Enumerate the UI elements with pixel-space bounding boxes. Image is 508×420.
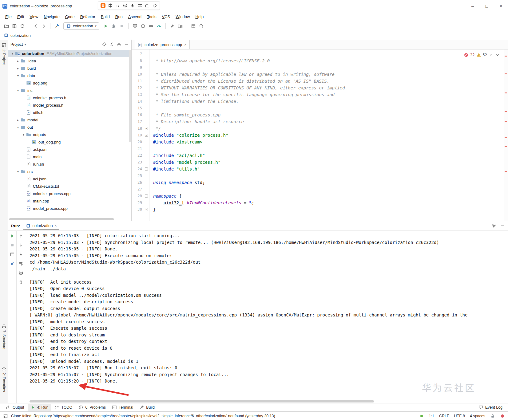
chevron-down-icon[interactable] xyxy=(495,53,500,57)
hammer-icon[interactable] xyxy=(53,22,61,30)
error-stripe-mark[interactable] xyxy=(505,121,507,122)
fold-marker-icon[interactable]: − xyxy=(144,125,149,132)
wrench-icon[interactable] xyxy=(168,22,176,30)
menu-vcs[interactable]: VCS xyxy=(159,13,173,20)
expand-closed-icon[interactable]: ▸ xyxy=(15,67,21,70)
toolwindow-button-6-problems[interactable]: 6: Problems xyxy=(76,404,109,411)
collapse-all-icon[interactable] xyxy=(109,42,114,47)
ime-skin-icon[interactable] xyxy=(152,3,157,8)
stripe-favorites-button[interactable]: 2: Favorites xyxy=(0,366,8,392)
error-stripe-mark[interactable] xyxy=(505,56,507,57)
link-icon[interactable] xyxy=(147,22,155,30)
restore-layout-icon[interactable] xyxy=(10,252,15,257)
expand-open-icon[interactable]: ▾ xyxy=(15,126,21,129)
toolwindow-button-terminal[interactable]: Terminal xyxy=(109,404,136,411)
stripe-project-button[interactable]: 1: Project xyxy=(0,43,8,65)
tab-close-icon[interactable]: × xyxy=(184,43,186,47)
stop-icon[interactable] xyxy=(10,242,15,248)
toolwindow-button-4-run[interactable]: 4: Run xyxy=(28,404,51,411)
editor-tab-colorize-process[interactable]: C+ colorize_process.cpp × xyxy=(134,40,190,49)
menu-help[interactable]: Help xyxy=(192,13,206,20)
status-widget-crlf[interactable]: CRLF xyxy=(439,414,449,418)
tree-vertical-scrollbar[interactable] xyxy=(129,50,131,142)
expand-open-icon[interactable]: ▾ xyxy=(15,170,21,173)
event-log-button[interactable]: Event Log xyxy=(477,404,504,411)
sogou-s-icon[interactable]: S xyxy=(101,3,105,8)
error-stripe-mark[interactable] xyxy=(505,146,507,147)
close-button[interactable]: × xyxy=(494,0,508,12)
expand-open-icon[interactable]: ▾ xyxy=(21,133,26,136)
status-widget-utf-8[interactable]: UTF-8 xyxy=(454,414,465,418)
tree-item-inc[interactable]: ▾inc xyxy=(8,87,131,94)
menu-view[interactable]: View xyxy=(27,13,41,20)
deploy-icon[interactable] xyxy=(131,22,139,30)
gear-icon[interactable] xyxy=(117,42,121,47)
error-stripe-mark[interactable] xyxy=(505,92,507,93)
lock-icon[interactable] xyxy=(490,414,495,418)
back-icon[interactable] xyxy=(32,22,40,30)
ime-cn-icon[interactable] xyxy=(108,3,113,8)
tree-item-colorization[interactable]: ▾colorizationE:\MyMindStudioProjects\col… xyxy=(8,50,131,57)
clear-icon[interactable] xyxy=(18,279,24,285)
menu-refactor[interactable]: Refactor xyxy=(77,13,98,20)
status-widget-1-1[interactable]: 1:1 xyxy=(429,414,434,418)
expand-open-icon[interactable]: ▾ xyxy=(15,74,21,77)
scroll-end-icon[interactable] xyxy=(18,252,24,257)
hide-icon[interactable] xyxy=(124,42,129,47)
menu-build[interactable]: Build xyxy=(98,13,113,20)
ime-punct-icon[interactable] xyxy=(115,3,120,8)
sync-icon[interactable] xyxy=(18,22,26,30)
tree-item-acl.json[interactable]: {}acl.json xyxy=(8,146,131,153)
code-editor[interactable]: 78 * http://www.apache.org/licenses/LICE… xyxy=(132,49,508,221)
menu-window[interactable]: Window xyxy=(173,13,192,20)
restore-layout-icon[interactable] xyxy=(189,22,197,30)
error-stripe-mark[interactable] xyxy=(505,137,507,138)
menu-file[interactable]: File xyxy=(2,13,14,20)
hide-icon[interactable] xyxy=(500,223,505,228)
run-icon[interactable] xyxy=(102,22,110,30)
soft-wrap-icon[interactable] xyxy=(18,261,24,266)
tree-item-colorize_process.h[interactable]: Hcolorize_process.h xyxy=(8,94,131,101)
tree-horizontal-scrollbar[interactable] xyxy=(9,218,114,220)
tree-item-run.sh[interactable]: $run.sh xyxy=(8,160,131,168)
toolwindow-switcher-icon[interactable] xyxy=(3,414,8,418)
tree-item-out_dog.png[interactable]: out_dog.png xyxy=(8,138,131,146)
error-stripe-mark[interactable] xyxy=(505,171,507,172)
expand-closed-icon[interactable]: ▸ xyxy=(15,59,21,63)
tree-item-model_process.h[interactable]: Hmodel_process.h xyxy=(8,101,131,109)
tree-item-build[interactable]: ▸build xyxy=(8,65,131,72)
red-ball-icon[interactable] xyxy=(500,414,505,418)
device-icon[interactable] xyxy=(139,22,147,30)
up-icon[interactable] xyxy=(18,233,24,239)
tree-item-data[interactable]: ▾data xyxy=(8,72,131,79)
open-project-icon[interactable] xyxy=(2,22,10,30)
error-stripe-mark[interactable] xyxy=(505,73,507,74)
search-icon[interactable] xyxy=(197,22,205,30)
menu-edit[interactable]: Edit xyxy=(14,13,27,20)
green-dot-icon[interactable] xyxy=(419,414,424,418)
tree-item-acl.json[interactable]: {}acl.json xyxy=(8,175,131,183)
error-stripe[interactable] xyxy=(504,49,508,221)
menu-navigate[interactable]: Navigate xyxy=(41,13,62,20)
project-tree[interactable]: ▾colorizationE:\MyMindStudioProjects\col… xyxy=(8,49,131,221)
project-panel-title[interactable]: Project xyxy=(10,42,23,47)
tree-item-main.cpp[interactable]: C+main.cpp xyxy=(8,197,131,205)
status-widget-4-spaces[interactable]: 4 spaces xyxy=(470,414,485,418)
tree-item-model[interactable]: ▸model xyxy=(8,116,131,124)
fold-marker-icon[interactable]: − xyxy=(144,193,149,199)
pin-icon[interactable] xyxy=(10,261,15,266)
print-icon[interactable] xyxy=(18,270,24,276)
minimize-button[interactable]: – xyxy=(466,0,480,12)
run-tab-colorization[interactable]: colorization × xyxy=(23,222,59,230)
tree-item-colorize_process.cpp[interactable]: C+colorize_process.cpp xyxy=(8,190,131,197)
tree-item-CMakeLists.txt[interactable]: CMakeLists.txt xyxy=(8,183,131,190)
tree-item-src[interactable]: ▾src xyxy=(8,168,131,175)
fold-marker-icon[interactable]: − xyxy=(144,132,149,139)
ime-emoji-icon[interactable] xyxy=(123,3,128,8)
fold-marker-icon[interactable]: − xyxy=(144,166,149,172)
stop-icon[interactable] xyxy=(118,22,126,30)
maximize-button[interactable]: □ xyxy=(480,0,494,12)
menu-ascend[interactable]: Ascend xyxy=(125,13,144,20)
tree-item-outputs[interactable]: ▾outputs xyxy=(8,131,131,138)
inspections-widget[interactable]: 22 52 xyxy=(462,51,501,59)
